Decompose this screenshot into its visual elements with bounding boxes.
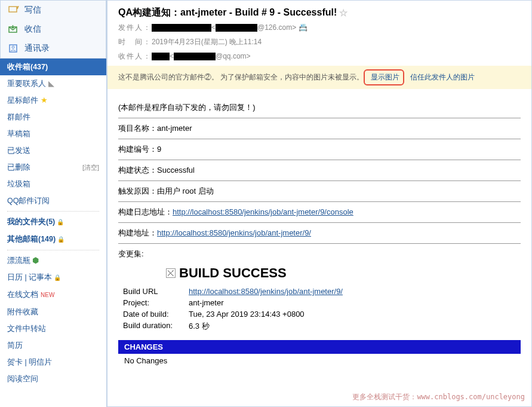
folder-label: 草稿箱 <box>7 128 30 140</box>
divider <box>118 222 521 223</box>
image-notice: 这不是腾讯公司的官方邮件②。 为了保护邮箱安全，内容中的图片未被显示。 显示图片… <box>107 66 531 89</box>
table-row: Build duration:6.3 秒 <box>123 321 521 332</box>
folder-card[interactable]: 贺卡 | 明信片 <box>0 354 106 371</box>
show-images-link[interactable]: 显示图片 <box>371 73 399 81</box>
intro-text: (本邮件是程序自动下发的，请勿回复！) <box>118 102 521 113</box>
folder-sent[interactable]: 已发送 <box>0 142 106 159</box>
time-value: 2019年4月23日(星期二) 晚上11:14 <box>152 38 262 46</box>
cell-key: Build duration: <box>123 321 189 332</box>
divider <box>118 118 521 118</box>
time-label: 时 间： <box>118 38 152 46</box>
build-success-text: BUILD SUCCESS <box>179 265 287 281</box>
folder-drafts[interactable]: 草稿箱 <box>0 126 106 142</box>
folder-resume[interactable]: 简历 <box>0 337 106 354</box>
from-domain: @126.com> <box>257 23 296 32</box>
folder-label: 已删除 <box>7 161 30 173</box>
trust-sender-link[interactable]: 信任此发件人的图片 <box>410 72 475 82</box>
folder-bottle[interactable]: 漂流瓶⬢ <box>0 252 106 269</box>
mail-to: 收件人：<@qq.com> <box>118 50 521 62</box>
contacts-icon <box>8 44 20 53</box>
folder-readspace[interactable]: 阅读空间 <box>0 371 106 387</box>
notice-text: 这不是腾讯公司的官方邮件②。 为了保护邮箱安全，内容中的图片未被显示。 <box>118 72 364 82</box>
cell-key: Project: <box>123 298 189 307</box>
detail-icon[interactable]: 📇 <box>299 23 307 32</box>
folder-label: 日历 <box>7 273 23 281</box>
folder-label: 贺卡 <box>7 358 23 366</box>
folder-onlinedoc[interactable]: 在线文档NEW <box>0 286 106 304</box>
folder-filestation[interactable]: 文件中转站 <box>0 320 106 337</box>
lock-icon: 🔒 <box>54 274 61 281</box>
folder-myfolder[interactable]: 我的文件夹(5)🔒 <box>0 213 106 231</box>
build-status: 构建状态：Successful <box>118 165 521 176</box>
redacted <box>216 24 257 32</box>
compose-box: 写信 收信 通讯录 <box>0 0 106 59</box>
folder-group[interactable]: 群邮件 <box>0 109 106 126</box>
folder-label: 重要联系人 <box>7 79 46 88</box>
lock-icon: 🔒 <box>57 236 64 243</box>
no-changes: No Changes <box>118 354 521 368</box>
build-url-link2[interactable]: http://localhost:8580/jenkins/job/ant-jm… <box>189 287 343 296</box>
mail-time: 时 间：2019年4月23日(星期二) 晚上11:14 <box>118 36 521 48</box>
new-badge: NEW <box>41 292 54 298</box>
log-url-link[interactable]: http://localhost:8580/jenkins/job/ant-jm… <box>173 207 353 216</box>
bookmark-icon: ◣ <box>48 79 54 88</box>
folder-label: 群邮件 <box>7 111 30 123</box>
folder-attach[interactable]: 附件收藏 <box>0 304 106 320</box>
folder-inbox[interactable]: 收件箱(437) <box>0 59 106 75</box>
divider <box>118 201 521 202</box>
clear-button[interactable]: [清空] <box>82 161 99 173</box>
postcard-label[interactable]: 明信片 <box>29 358 52 366</box>
folder-label: 简历 <box>7 339 23 351</box>
receive-icon <box>8 25 20 34</box>
folder-deleted[interactable]: 已删除[清空] <box>0 159 106 176</box>
mail-content: QA构建通知：ant-jmeter - Build # 9 - Successf… <box>107 0 532 407</box>
folder-spam[interactable]: 垃圾箱 <box>0 176 106 192</box>
folder-label: 漂流瓶 <box>7 256 30 265</box>
cell-key: Build URL <box>123 287 189 296</box>
folder-important[interactable]: 重要联系人◣ <box>0 75 106 92</box>
folder-label: 垃圾箱 <box>7 178 30 190</box>
sidebar: 写信 收信 通讯录 收件箱(437) 重要联系人◣ 星标邮件★ 群邮件 草稿箱 … <box>0 0 107 407</box>
cell-key: Date of build: <box>123 310 189 319</box>
to-label: 收件人： <box>118 52 152 60</box>
folder-calendar[interactable]: 日历 | 记事本🔒 <box>0 269 106 286</box>
build-url-label: 构建地址： <box>118 228 157 237</box>
folder-label: 文件中转站 <box>7 323 46 335</box>
build-number: 构建编号：9 <box>118 144 521 155</box>
mail-from: 发件人：<@126.com>📇 <box>118 22 521 33</box>
table-row: Date of build:Tue, 23 Apr 2019 23:14:43 … <box>123 310 521 319</box>
trigger-cause: 触发原因：由用户 root 启动 <box>118 186 521 197</box>
build-url-link[interactable]: http://localhost:8580/jenkins/job/ant-jm… <box>157 228 311 237</box>
mail-header: QA构建通知：ant-jmeter - Build # 9 - Successf… <box>107 1 531 66</box>
receive-label: 收信 <box>24 24 41 35</box>
cell-value: ant-jmeter <box>189 298 224 307</box>
star-icon: ★ <box>41 96 48 105</box>
subject-text: QA构建通知：ant-jmeter - Build # 9 - Successf… <box>118 7 337 19</box>
divider <box>118 160 521 160</box>
receive-mail-button[interactable]: 收信 <box>1 20 106 39</box>
mail-body: (本邮件是程序自动下发的，请勿回复！) 项目名称：ant-jmeter 构建编号… <box>107 89 531 377</box>
write-icon <box>8 5 20 15</box>
build-table: Build URLhttp://localhost:8580/jenkins/j… <box>123 287 521 332</box>
folder-label: 附件收藏 <box>7 306 38 318</box>
watermark: 更多全栈测试干货：www.cnblogs.com/uncleyong <box>352 392 525 402</box>
notepad-label[interactable]: 记事本 <box>29 273 52 281</box>
build-url-row: 构建地址：http://localhost:8580/jenkins/job/a… <box>118 228 521 238</box>
contacts-label: 通讯录 <box>24 43 50 54</box>
contacts-button[interactable]: 通讯录 <box>1 39 106 58</box>
log-url-row: 构建日志地址：http://localhost:8580/jenkins/job… <box>118 207 521 218</box>
write-mail-button[interactable]: 写信 <box>1 1 106 20</box>
folder-label: 阅读空间 <box>7 373 38 385</box>
mail-subject: QA构建通知：ant-jmeter - Build # 9 - Successf… <box>118 7 521 19</box>
to-domain: @qq.com> <box>216 52 251 60</box>
divider <box>118 180 521 181</box>
from-label: 发件人： <box>118 23 152 32</box>
folder-list: 收件箱(437) 重要联系人◣ 星标邮件★ 群邮件 草稿箱 已发送 已删除[清空… <box>0 59 106 407</box>
folder-label: 我的文件夹(5) <box>7 218 55 226</box>
folder-label: 收件箱(437) <box>7 61 48 73</box>
folder-othermail[interactable]: 其他邮箱(149)🔒 <box>0 231 106 248</box>
broken-image-icon <box>166 268 176 278</box>
folder-subscription[interactable]: QQ邮件订阅 <box>0 192 106 209</box>
folder-starred[interactable]: 星标邮件★ <box>0 92 106 109</box>
star-outline-icon[interactable]: ☆ <box>339 7 348 19</box>
